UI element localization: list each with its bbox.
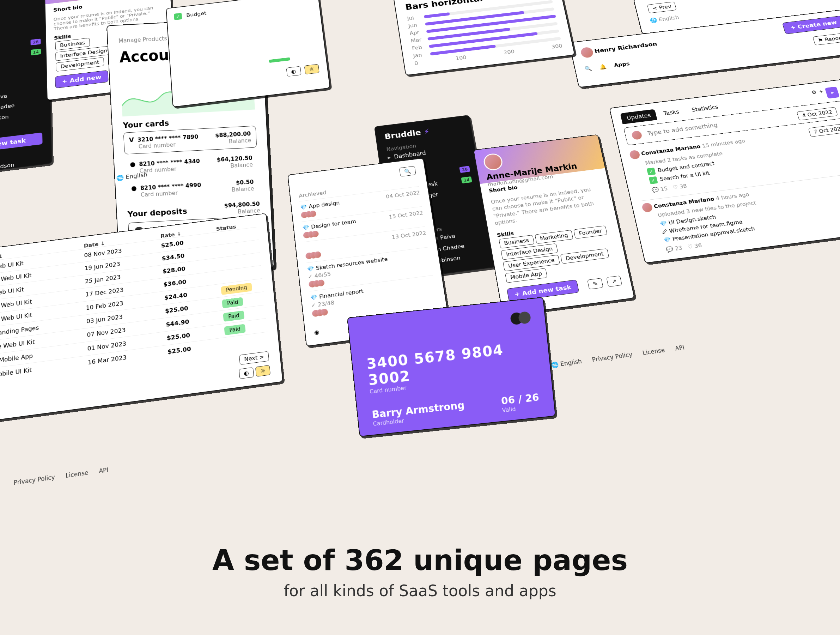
- date-chip-2[interactable]: 7 Oct 2022: [808, 123, 840, 137]
- home-icon[interactable]: ◉: [314, 329, 319, 335]
- next-button[interactable]: Next >: [239, 351, 269, 365]
- edit-icon[interactable]: ✎: [587, 278, 603, 289]
- apps-button[interactable]: Apps: [613, 61, 630, 68]
- skills-list: BusinessMarketingFounderInterface Design…: [497, 224, 620, 284]
- user-chip[interactable]: Henry Richardson: [580, 39, 658, 58]
- theme-toggle[interactable]: ◐: [286, 66, 301, 77]
- api-link[interactable]: API: [674, 344, 685, 352]
- expand-icon[interactable]: ↗: [606, 275, 622, 287]
- settings-icon[interactable]: ⚙: [810, 89, 818, 101]
- tab-updates[interactable]: Updates: [620, 109, 657, 124]
- skill-tag[interactable]: Founder: [573, 226, 607, 239]
- prev-button[interactable]: < Prev: [647, 2, 677, 13]
- privacy-link[interactable]: Privacy Policy: [591, 351, 633, 363]
- bell-icon[interactable]: 🔔: [599, 63, 607, 70]
- search-button[interactable]: 🔍: [399, 166, 416, 176]
- theme-light[interactable]: ☼: [304, 64, 319, 74]
- report-button[interactable]: ⚑ Report: [813, 33, 840, 46]
- api-link[interactable]: API: [99, 466, 109, 474]
- speedometer-icon: ▸: [387, 154, 391, 161]
- tab-tasks[interactable]: Tasks: [657, 106, 686, 120]
- skill-tag[interactable]: Development: [560, 248, 609, 264]
- theme-light[interactable]: ☼: [255, 365, 271, 377]
- deposits-heading: Your deposits: [127, 206, 187, 218]
- breadcrumb[interactable]: Manage Products: [118, 35, 167, 44]
- tab-statistics[interactable]: Statistics: [685, 101, 725, 116]
- mastercard-icon: [363, 311, 531, 342]
- privacy-link[interactable]: Privacy Policy: [14, 474, 55, 487]
- add-new-task-button[interactable]: + Add new task: [0, 132, 43, 156]
- english-link[interactable]: 🌐 English: [649, 14, 679, 24]
- search-icon[interactable]: 🔍: [584, 65, 592, 72]
- english-link[interactable]: 🌐 English: [551, 358, 582, 369]
- hero-title: A set of 362 unique pages: [0, 544, 840, 577]
- license-link[interactable]: License: [642, 347, 665, 356]
- add-new-button[interactable]: + Add new: [55, 70, 109, 88]
- footer-user[interactable]: Henry Richardson: [0, 157, 43, 177]
- license-link[interactable]: License: [66, 469, 88, 479]
- hero-subtitle: for all kinds of SaaS tools and apps: [0, 582, 840, 600]
- create-new-button[interactable]: + Create new: [782, 16, 840, 34]
- add-icon[interactable]: ＋: [818, 88, 826, 100]
- date-chip-1[interactable]: 4 Oct 2022: [797, 107, 838, 120]
- theme-dark[interactable]: ◐: [239, 367, 254, 379]
- skill-tag[interactable]: Marketing: [535, 230, 573, 244]
- send-button[interactable]: ➤: [824, 87, 840, 98]
